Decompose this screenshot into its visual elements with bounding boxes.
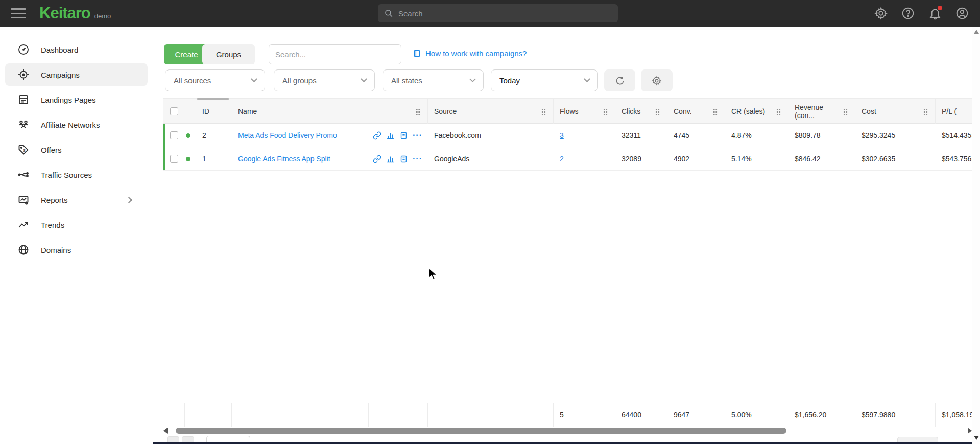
campaign-name-link[interactable]: Google Ads Fitness App Split	[238, 155, 330, 163]
col-header-revenue[interactable]: Revenue (con...	[788, 99, 855, 124]
flows-link[interactable]: 2	[560, 155, 564, 163]
drag-handle-icon[interactable]	[416, 108, 420, 115]
cell-cr: 4.87%	[725, 124, 788, 147]
status-active-dot	[186, 157, 190, 161]
chevron-right-icon	[126, 197, 132, 203]
cell-conv: 4745	[667, 124, 725, 147]
report-doc-icon[interactable]	[399, 155, 408, 163]
col-header-flows[interactable]: Flows	[554, 99, 615, 124]
select-all-checkbox[interactable]	[170, 107, 178, 115]
help-icon[interactable]	[901, 7, 915, 20]
split-icon	[17, 169, 30, 181]
cell-clicks: 32311	[615, 124, 667, 147]
stats-chart-icon[interactable]	[386, 131, 395, 140]
scroll-left-arrow-icon[interactable]	[163, 428, 168, 434]
stats-chart-icon[interactable]	[386, 155, 395, 163]
row-checkbox[interactable]	[170, 155, 178, 163]
chevron-down-icon	[361, 76, 367, 82]
groups-button[interactable]: Groups	[202, 44, 255, 64]
cell-conv: 4902	[667, 147, 725, 171]
status-header-cell	[185, 99, 197, 124]
bottom-strip	[153, 442, 980, 444]
cell-revenue: $846.42	[788, 147, 855, 171]
book-icon	[413, 49, 421, 58]
main-content: Create Groups How to work with campaigns…	[153, 27, 980, 444]
price-tag-icon: $	[17, 144, 30, 156]
states-filter-dropdown[interactable]: All states	[383, 69, 484, 91]
col-header-cr-sales[interactable]: CR (sales)	[725, 99, 788, 124]
campaign-link-icon[interactable]	[373, 155, 381, 163]
horizontal-scrollbar[interactable]	[163, 426, 972, 435]
campaign-name-link[interactable]: Meta Ads Food Delivery Promo	[238, 131, 337, 139]
gear-icon	[652, 76, 662, 86]
col-header-conv[interactable]: Conv.	[667, 99, 725, 124]
sidebar-item-offers[interactable]: $ Offers	[5, 138, 148, 161]
sidebar-item-landings-pages[interactable]: Landings Pages	[5, 88, 148, 111]
table-top-scrollbar[interactable]	[197, 98, 229, 100]
more-actions-icon[interactable]: ···	[413, 156, 422, 161]
col-header-clicks[interactable]: Clicks	[615, 99, 667, 124]
col-header-id[interactable]: ID	[197, 99, 232, 124]
table-header-row: ID Name Source Flows Clicks Conv. CR (sa…	[163, 98, 980, 124]
sidebar-item-dashboard[interactable]: Dashboard	[5, 38, 148, 61]
vertical-scrollbar[interactable]	[972, 27, 980, 444]
flows-link[interactable]: 3	[560, 131, 564, 139]
scroll-up-arrow-icon[interactable]	[974, 30, 979, 34]
status-active-dot	[186, 133, 190, 138]
row-checkbox[interactable]	[170, 131, 178, 139]
drag-handle-icon[interactable]	[655, 108, 660, 115]
chevron-down-icon	[251, 76, 257, 82]
page-icon	[17, 94, 30, 106]
horizontal-scrollbar-thumb[interactable]	[176, 428, 786, 434]
table-row[interactable]: 1 Google Ads Fitness App Split ··· Googl…	[163, 147, 980, 171]
campaign-link-icon[interactable]	[373, 131, 381, 140]
campaigns-search-input[interactable]	[269, 44, 401, 64]
global-search[interactable]	[378, 4, 618, 22]
col-header-cost[interactable]: Cost	[855, 99, 936, 124]
drag-handle-icon[interactable]	[843, 108, 848, 115]
sidebar-item-reports[interactable]: Reports	[5, 189, 148, 211]
total-cost: $597.9880	[855, 403, 936, 427]
table-totals-row: 5 64400 9647 5.00% $1,656.20 $597.9880 $…	[163, 403, 980, 426]
groups-filter-dropdown[interactable]: All groups	[274, 69, 375, 91]
sidebar-item-affiliate-networks[interactable]: Affiliate Networks	[5, 113, 148, 136]
date-range-dropdown[interactable]: Today	[491, 69, 598, 91]
scroll-right-arrow-icon[interactable]	[968, 428, 972, 434]
search-icon	[384, 9, 393, 18]
top-bar: Keitaro demo	[0, 0, 980, 27]
cell-source: Facebook.com	[428, 124, 554, 147]
col-header-source[interactable]: Source	[428, 99, 554, 124]
scroll-down-arrow-icon[interactable]	[974, 436, 979, 440]
total-clicks: 64400	[615, 403, 667, 427]
sidebar-item-traffic-sources[interactable]: Traffic Sources	[5, 163, 148, 186]
account-icon[interactable]	[955, 7, 969, 20]
drag-handle-icon[interactable]	[541, 108, 546, 115]
table-settings-button[interactable]	[641, 69, 673, 91]
help-campaigns-link[interactable]: How to work with campaigns?	[413, 49, 527, 58]
sidebar: Dashboard Campaigns Landings Pages Affil…	[0, 27, 153, 444]
select-all-cell	[163, 99, 185, 124]
total-flows: 5	[554, 403, 615, 427]
menu-icon[interactable]	[11, 8, 26, 18]
sidebar-item-trends[interactable]: Trends	[5, 214, 148, 236]
sources-filter-dropdown[interactable]: All sources	[165, 69, 265, 91]
sidebar-item-campaigns[interactable]: Campaigns	[5, 63, 148, 86]
report-doc-icon[interactable]	[399, 131, 408, 140]
total-revenue: $1,656.20	[788, 403, 855, 427]
col-header-actions	[369, 99, 428, 124]
drag-handle-icon[interactable]	[603, 108, 608, 115]
target-icon	[17, 68, 30, 81]
more-actions-icon[interactable]: ···	[413, 133, 422, 138]
sidebar-item-domains[interactable]: Domains	[5, 239, 148, 261]
drag-handle-icon[interactable]	[776, 108, 781, 115]
table-row[interactable]: 2 Meta Ads Food Delivery Promo ··· Faceb…	[163, 124, 980, 147]
global-search-input[interactable]	[398, 9, 612, 18]
cell-cost: $302.6635	[855, 147, 936, 171]
report-chart-icon	[17, 194, 30, 206]
col-header-name[interactable]: Name	[232, 99, 369, 124]
refresh-button[interactable]	[604, 69, 635, 91]
notifications-bell-icon[interactable]	[928, 7, 942, 20]
settings-gear-icon[interactable]	[874, 7, 888, 20]
drag-handle-icon[interactable]	[923, 108, 928, 115]
drag-handle-icon[interactable]	[713, 108, 718, 115]
